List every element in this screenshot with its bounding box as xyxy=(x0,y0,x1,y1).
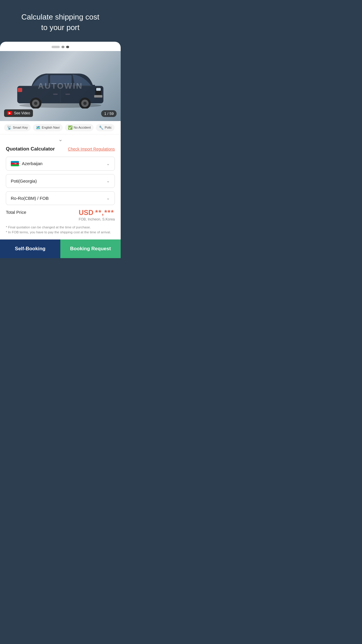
shipping-value: Ro-Ro(CBM) / FOB xyxy=(11,196,49,201)
country-dropdown-left: ☽★ Azerbaijan xyxy=(11,161,43,166)
no-accident-icon: ✅ xyxy=(68,125,73,130)
bottom-buttons: Self-Booking Booking Request xyxy=(0,239,121,258)
svg-point-9 xyxy=(34,102,37,105)
svg-rect-5 xyxy=(96,88,101,91)
smart-key-icon: 📡 xyxy=(7,125,12,130)
play-triangle xyxy=(9,112,11,114)
price-currency: USD xyxy=(79,209,94,217)
price-note: FOB, Incheon, S.Korea xyxy=(79,217,115,221)
self-booking-button[interactable]: Self-Booking xyxy=(0,239,60,258)
dot-3 xyxy=(66,46,69,48)
navi-icon: 🗺️ xyxy=(36,125,41,130)
disclaimer: * Final quotation can be changed at the … xyxy=(6,225,115,235)
car-image-container: AUTOWIN See Video 1 / 59 xyxy=(0,51,121,121)
total-price-row: Total Price USD **,*** FOB, Incheon, S.K… xyxy=(6,209,115,221)
country-dropdown[interactable]: ☽★ Azerbaijan ⌄ xyxy=(6,157,115,171)
price-right: USD **,*** FOB, Incheon, S.Korea xyxy=(79,209,115,221)
azerbaijan-flag: ☽★ xyxy=(11,161,19,166)
feature-polic: 🔧 Polic xyxy=(96,124,115,131)
feature-english-navi-label: English Navi xyxy=(42,126,59,129)
quotation-header: Quotation Calculator Check Import Regula… xyxy=(6,146,115,152)
image-counter: 1 / 59 xyxy=(101,110,117,117)
features-bar: 📡 Smart Key 🗺️ English Navi ✅ No Acciden… xyxy=(0,121,121,134)
booking-request-button[interactable]: Booking Request xyxy=(60,239,121,258)
see-video-button[interactable]: See Video xyxy=(4,109,33,117)
check-import-link[interactable]: Check Import Regulations xyxy=(68,147,115,151)
expand-chevron[interactable]: ⌄ xyxy=(0,134,121,145)
see-video-label: See Video xyxy=(14,111,30,115)
dot-1 xyxy=(52,46,60,48)
feature-english-navi: 🗺️ English Navi xyxy=(33,124,62,131)
page-title: Calculate shipping costto your port xyxy=(13,12,108,33)
country-chevron-icon: ⌄ xyxy=(106,161,110,166)
price-masked: **,*** xyxy=(95,209,114,217)
main-card: AUTOWIN See Video 1 / 59 📡 Smart Key 🗺️ … xyxy=(0,42,121,258)
port-dropdown-left: Poti(Georgia) xyxy=(11,178,37,183)
youtube-icon xyxy=(7,111,12,115)
svg-rect-14 xyxy=(53,94,57,95)
svg-rect-15 xyxy=(66,94,70,95)
shipping-chevron-icon: ⌄ xyxy=(106,196,110,200)
svg-point-12 xyxy=(83,102,87,105)
shipping-dropdown-left: Ro-Ro(CBM) / FOB xyxy=(11,196,49,201)
port-chevron-icon: ⌄ xyxy=(106,178,110,183)
feature-polic-label: Polic xyxy=(105,126,112,129)
car-illustration xyxy=(9,63,112,108)
svg-rect-2 xyxy=(50,75,72,85)
price-value: USD **,*** xyxy=(79,209,115,217)
svg-rect-16 xyxy=(92,85,95,87)
feature-smart-key: 📡 Smart Key xyxy=(4,124,31,131)
disclaimer-line2: * In FOB terms, you have to pay the ship… xyxy=(6,230,111,234)
shipping-dropdown[interactable]: Ro-Ro(CBM) / FOB ⌄ xyxy=(6,191,115,205)
carousel-dots xyxy=(0,42,121,51)
polic-icon: 🔧 xyxy=(99,125,103,130)
quotation-title: Quotation Calculator xyxy=(6,146,55,152)
quotation-section: Quotation Calculator Check Import Regula… xyxy=(0,145,121,240)
port-value: Poti(Georgia) xyxy=(11,178,37,183)
country-value: Azerbaijan xyxy=(22,161,43,166)
feature-no-accident-label: No Accident xyxy=(74,126,91,129)
total-price-label: Total Price xyxy=(6,209,26,215)
feature-smart-key-label: Smart Key xyxy=(13,126,28,129)
dot-2 xyxy=(61,46,64,48)
feature-no-accident: ✅ No Accident xyxy=(65,124,94,131)
svg-rect-4 xyxy=(94,95,102,97)
port-dropdown[interactable]: Poti(Georgia) ⌄ xyxy=(6,174,115,188)
svg-rect-6 xyxy=(18,88,22,92)
disclaimer-line1: * Final quotation can be changed at the … xyxy=(6,225,91,229)
